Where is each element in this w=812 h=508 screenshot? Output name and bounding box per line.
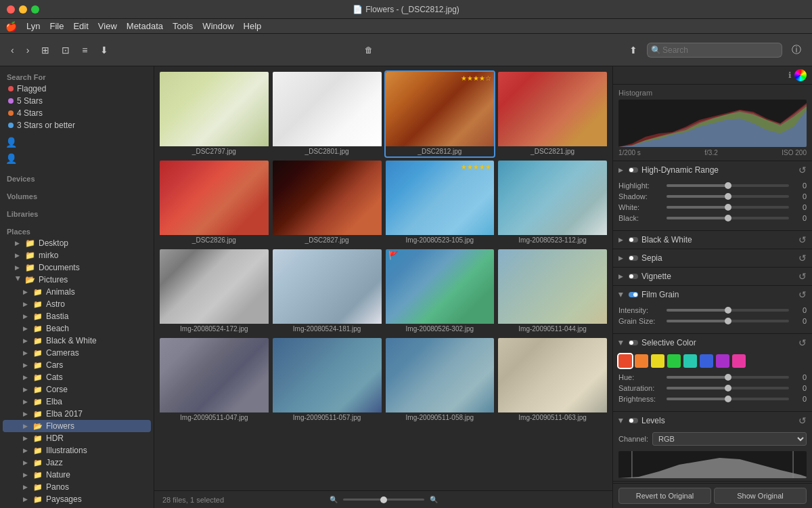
photo-item-11[interactable]: Img-20090511-044.jpg — [498, 249, 607, 334]
selcolor-header[interactable]: ▶ Selective Color ↺ — [613, 334, 812, 352]
color-profile-button[interactable] — [794, 69, 807, 81]
minimize-button[interactable] — [19, 5, 27, 14]
photo-item-5[interactable]: _DSC2827.jpg — [273, 161, 382, 245]
vignette-header[interactable]: ▶ Vignette ↺ — [613, 268, 812, 285]
swatch-green[interactable] — [667, 354, 681, 368]
menu-help[interactable]: Help — [244, 21, 262, 31]
sidebar-item-documents[interactable]: ▶ 📁 Documents — [3, 261, 151, 274]
sidebar-item-illustrations[interactable]: ▶ 📁 Illustrations — [3, 444, 151, 457]
photo-item-0[interactable]: _DSC2797.jpg — [160, 72, 269, 156]
saturation-slider[interactable] — [667, 387, 789, 389]
maximize-button[interactable] — [31, 5, 39, 14]
photo-item-8[interactable]: Img-20080524-172.jpg — [160, 249, 269, 334]
sidebar-item-nature[interactable]: ▶ 📁 Nature — [3, 469, 151, 481]
swatch-pink[interactable] — [732, 354, 746, 368]
sidebar-item-5stars[interactable]: 5 Stars — [3, 95, 151, 107]
show-original-button[interactable]: Show Original — [714, 488, 807, 504]
forward-button[interactable]: › — [22, 43, 34, 58]
swatch-orange[interactable] — [635, 354, 648, 368]
list-view-button[interactable]: ≡ — [78, 43, 91, 58]
vignette-reset[interactable]: ↺ — [798, 271, 807, 282]
sepia-toggle[interactable] — [629, 255, 638, 261]
sidebar-item-cameras[interactable]: ▶ 📁 Cameras — [3, 347, 151, 359]
back-button[interactable]: ‹ — [7, 43, 18, 58]
photo-item-4[interactable]: _DSC2826.jpg — [160, 161, 269, 245]
menu-tools[interactable]: Tools — [173, 21, 193, 31]
filmgrain-toggle[interactable] — [629, 292, 638, 297]
photo-item-3[interactable]: _DSC2821.jpg — [498, 72, 607, 156]
sidebar-item-4stars[interactable]: 4 Stars — [3, 107, 151, 119]
vignette-toggle[interactable] — [629, 274, 638, 279]
menu-view[interactable]: View — [98, 21, 117, 31]
sidebar-item-desktop[interactable]: ▶ 📁 Desktop — [3, 237, 151, 249]
hue-slider[interactable] — [667, 376, 789, 379]
sidebar-item-flowers[interactable]: ▶ 📂 Flowers — [3, 420, 151, 432]
sidebar-item-3stars[interactable]: 3 Stars or better — [3, 119, 151, 131]
hdr-reset[interactable]: ↺ — [798, 165, 807, 175]
brightness-slider[interactable] — [667, 398, 789, 400]
sidebar-item-jazz[interactable]: ▶ 📁 Jazz — [3, 457, 151, 469]
channel-select[interactable]: RGB — [652, 432, 807, 446]
photo-item-12[interactable]: Img-20090511-047.jpg — [160, 338, 269, 423]
intensity-slider[interactable] — [667, 309, 789, 312]
photo-item-14[interactable]: Img-20090511-058.jpg — [386, 338, 495, 423]
menu-lyn[interactable]: Lyn — [26, 21, 40, 31]
grainsize-slider[interactable] — [667, 320, 789, 322]
bw-header[interactable]: ▶ Black & White ↺ — [613, 231, 812, 249]
sidebar-item-hdr[interactable]: ▶ 📁 HDR — [3, 432, 151, 444]
info-icon[interactable]: ℹ — [788, 70, 792, 80]
levels-header[interactable]: ▶ Levels ↺ — [613, 412, 812, 429]
sidebar-item-beach[interactable]: ▶ 📁 Beach — [3, 322, 151, 335]
sepia-reset[interactable]: ↺ — [798, 253, 807, 263]
sidebar-item-pictures[interactable]: ▶ 📂 Pictures — [3, 274, 151, 286]
filmgrain-reset[interactable]: ↺ — [798, 289, 807, 300]
swatch-red[interactable] — [618, 354, 632, 368]
apple-menu[interactable]: 🍎 — [5, 21, 17, 32]
grid-view-button[interactable]: ⊞ — [37, 43, 53, 58]
menu-edit[interactable]: Edit — [73, 21, 88, 31]
menu-window[interactable]: Window — [202, 21, 233, 31]
photo-item-1[interactable]: _DSC2801.jpg — [273, 72, 382, 156]
photo-item-6[interactable]: ★★★★★Img-20080523-105.jpg — [386, 161, 495, 245]
sidebar-item-astro[interactable]: ▶ 📁 Astro — [3, 298, 151, 310]
close-button[interactable] — [7, 5, 15, 14]
filmgrain-header[interactable]: ▶ Film Grain ↺ — [613, 286, 812, 303]
share-button[interactable]: ⬆ — [625, 43, 641, 58]
compare-view-button[interactable]: ⊡ — [58, 43, 74, 58]
revert-button[interactable]: Revert to Original — [618, 488, 711, 504]
menu-metadata[interactable]: Metadata — [127, 21, 163, 31]
swatch-purple[interactable] — [716, 354, 729, 368]
black-slider[interactable] — [667, 217, 789, 219]
levels-reset[interactable]: ↺ — [798, 415, 807, 426]
sidebar-item-panos[interactable]: ▶ 📁 Panos — [3, 481, 151, 493]
sidebar-item-elba[interactable]: ▶ 📁 Elba — [3, 396, 151, 408]
sidebar-item-animals[interactable]: ▶ 📁 Animals — [3, 286, 151, 298]
photo-item-15[interactable]: Img-20090511-063.jpg — [498, 338, 607, 423]
search-input[interactable] — [647, 43, 782, 58]
sidebar-item-paysages[interactable]: ▶ 📁 Paysages — [3, 493, 151, 505]
sepia-header[interactable]: ▶ Sepia ↺ — [613, 249, 812, 267]
levels-toggle[interactable] — [629, 418, 638, 423]
import-button[interactable]: ⬇ — [96, 43, 112, 58]
sidebar-item-bastia[interactable]: ▶ 📁 Bastia — [3, 310, 151, 322]
sidebar-item-bw[interactable]: ▶ 📁 Black & White — [3, 335, 151, 347]
swatch-yellow[interactable] — [651, 354, 664, 368]
photo-item-13[interactable]: Img-20090511-057.jpg — [273, 338, 382, 423]
shadow-slider[interactable] — [667, 195, 789, 198]
sidebar-item-corse[interactable]: ▶ 📁 Corse — [3, 383, 151, 396]
sidebar-item-cars[interactable]: ▶ 📁 Cars — [3, 359, 151, 371]
sidebar-item-cats[interactable]: ▶ 📁 Cats — [3, 371, 151, 383]
menu-file[interactable]: File — [49, 21, 64, 31]
bw-toggle[interactable] — [629, 237, 638, 242]
sidebar-item-flagged[interactable]: Flagged — [3, 83, 151, 95]
zoom-slider[interactable] — [343, 499, 424, 501]
swatch-cyan[interactable] — [683, 354, 697, 368]
hdr-toggle[interactable] — [629, 167, 638, 173]
photo-item-10[interactable]: 🚩Img-20080526-302.jpg — [386, 249, 495, 334]
white-slider[interactable] — [667, 206, 789, 209]
hdr-header[interactable]: ▶ High-Dynamic Range ↺ — [613, 161, 812, 179]
photo-item-2[interactable]: ★★★★☆_DSC2812.jpg — [386, 72, 495, 156]
sidebar-item-elba2017[interactable]: ▶ 📁 Elba 2017 — [3, 408, 151, 420]
photo-item-9[interactable]: Img-20080524-181.jpg — [273, 249, 382, 334]
selcolor-toggle[interactable] — [629, 340, 638, 345]
